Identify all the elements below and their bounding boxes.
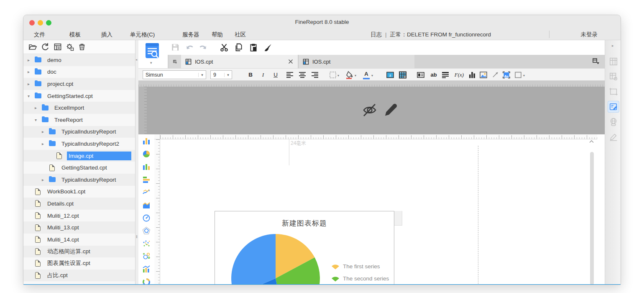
tree-expander-icon[interactable]: ▸ <box>28 58 35 62</box>
paste-icon[interactable] <box>249 43 258 52</box>
table-grid-icon[interactable] <box>399 71 407 79</box>
menu-insert[interactable]: 插入 <box>101 31 112 39</box>
scatter-chart-icon[interactable] <box>142 239 151 248</box>
tree-expander-icon[interactable]: ▸ <box>28 69 35 74</box>
tree-expander-icon[interactable]: ▾ <box>28 94 35 98</box>
preview-template-icon[interactable] <box>144 42 160 60</box>
refresh-icon[interactable] <box>41 43 49 51</box>
pie-chart-icon[interactable] <box>142 150 151 158</box>
combo-chart-icon[interactable] <box>142 265 151 273</box>
formula-icon[interactable]: F(x) <box>452 70 466 80</box>
panel-expand-icon[interactable]: ▸ <box>612 44 614 48</box>
font-color-icon[interactable]: A <box>362 71 371 79</box>
tree-item[interactable]: Image.cpt <box>23 150 135 162</box>
tree-expander-icon[interactable]: ▸ <box>28 82 35 86</box>
tree-item[interactable]: 图表属性设置.cpt <box>23 257 135 270</box>
border-icon[interactable] <box>329 71 337 79</box>
tree-item[interactable]: ▸doc <box>23 66 135 78</box>
chart-insert-icon[interactable] <box>468 71 476 79</box>
sidebar-collapse-icon[interactable]: ◂ <box>135 58 137 62</box>
tree-item[interactable]: ▸TypicalIndustryReport <box>23 126 135 138</box>
tab-ios-cpt-active[interactable]: IOS.cpt <box>181 55 298 68</box>
tree-item[interactable]: ▸ExcelImport <box>23 102 135 114</box>
legend-item[interactable]: The third series <box>331 285 389 285</box>
bubble-chart-icon[interactable] <box>142 252 151 260</box>
column-chart-icon[interactable] <box>142 137 151 145</box>
tree-item[interactable]: 动态格间运算.cpt <box>23 246 135 258</box>
chart-block[interactable]: 新建图表标题 The first series The second serie… <box>215 211 394 285</box>
widget-icon[interactable] <box>417 71 425 79</box>
vertical-scrollbar-thumb[interactable] <box>590 152 594 285</box>
log-status[interactable]: 日志|正常：DELETE FROM fr_functionrecord <box>371 31 491 39</box>
cell-element-panel-icon[interactable] <box>608 56 619 67</box>
pie-chart[interactable] <box>231 234 320 285</box>
legend-item[interactable]: The first series <box>331 260 389 272</box>
shape-dropdown-caret[interactable]: ▾ <box>523 74 525 77</box>
hyperlink-panel-icon[interactable] <box>608 116 619 127</box>
undo-icon[interactable] <box>185 43 194 52</box>
template-version-icon[interactable] <box>66 43 74 51</box>
preview-dropdown-caret[interactable]: ▾ <box>150 61 152 65</box>
adjacent-cell[interactable] <box>394 211 402 226</box>
delete-icon[interactable] <box>78 43 86 51</box>
fill-color-icon[interactable] <box>345 71 354 79</box>
copy-icon[interactable] <box>234 43 243 52</box>
bar-chart-icon[interactable] <box>142 175 151 184</box>
tab-ios-cpt-inactive[interactable]: IOS.cpt <box>298 55 414 68</box>
shape-rect-icon[interactable] <box>514 71 522 79</box>
tab-list-icon[interactable] <box>592 58 600 65</box>
align-center-icon[interactable] <box>298 71 307 79</box>
tree-item[interactable]: Muliti_12.cpt <box>23 210 135 222</box>
condition-attribute-panel-icon[interactable] <box>608 131 619 142</box>
tree-item[interactable]: 构件树_分层构建.cpt <box>23 281 135 284</box>
menu-template[interactable]: 模板 <box>69 31 81 39</box>
fill-color-dropdown-caret[interactable]: ▾ <box>355 74 356 77</box>
column3d-chart-icon[interactable] <box>142 162 151 171</box>
tree-expander-icon[interactable]: ▸ <box>35 105 42 110</box>
menu-server[interactable]: 服务器 <box>182 31 199 39</box>
menu-file[interactable]: 文件 <box>34 31 45 39</box>
edit-chart-icon[interactable] <box>382 102 399 118</box>
save-icon[interactable] <box>171 43 180 52</box>
tree-item[interactable]: 占比.cpt <box>23 270 135 282</box>
align-right-icon[interactable] <box>311 71 319 79</box>
tree-expander-icon[interactable]: ▸ <box>42 129 49 134</box>
widget-editor-panel-icon[interactable] <box>608 101 619 112</box>
tree-item[interactable]: Muliti_13.cpt <box>23 221 135 234</box>
underline-button[interactable]: U <box>271 70 281 80</box>
tree-expander-icon[interactable]: ▾ <box>35 118 42 122</box>
format-painter-icon[interactable] <box>263 43 273 52</box>
new-template-button[interactable] <box>169 55 181 68</box>
tree-item[interactable]: GettingStarted.cpt <box>23 162 135 174</box>
open-folder-icon[interactable] <box>28 43 37 51</box>
float-image-icon[interactable] <box>502 71 511 79</box>
area-chart-icon[interactable] <box>142 201 151 209</box>
pie-slice[interactable] <box>231 234 276 285</box>
radar-chart-icon[interactable] <box>142 226 151 235</box>
menu-help[interactable]: 帮助 <box>212 31 223 39</box>
tree-item[interactable]: ▸demo <box>23 54 135 66</box>
menu-cell[interactable]: 单元格(C) <box>130 31 155 39</box>
tree-item[interactable]: Muliti_14.cpt <box>23 234 135 246</box>
hide-chart-icon[interactable] <box>361 102 378 118</box>
font-size-select[interactable]: 9▾ <box>210 70 232 79</box>
tree-item[interactable]: ▸TypicalIndustryReport <box>23 174 135 186</box>
redo-icon[interactable] <box>198 43 207 52</box>
login-status[interactable]: 未登录 <box>581 31 598 39</box>
font-color-dropdown-caret[interactable]: ▾ <box>371 74 373 77</box>
bold-button[interactable]: B <box>245 70 256 80</box>
rich-text-icon[interactable] <box>441 71 450 79</box>
cell-attribute-panel-icon[interactable] <box>608 71 619 82</box>
report-view-icon[interactable] <box>54 43 62 51</box>
tree-item[interactable]: ▾TreeReport <box>23 114 135 126</box>
menu-community[interactable]: 社区 <box>235 31 246 39</box>
line-tool-icon[interactable] <box>491 71 499 79</box>
cut-icon[interactable] <box>220 43 229 52</box>
tree-item[interactable]: ▸TypicalIndustryReport2 <box>23 138 135 150</box>
tree-expander-icon[interactable]: ▸ <box>42 177 49 182</box>
tree-item[interactable]: WorkBook1.cpt <box>23 186 135 198</box>
italic-button[interactable]: I <box>258 70 268 80</box>
tree-item[interactable]: ▾GettingStarted.cpt <box>23 90 135 102</box>
gauge-chart-icon[interactable] <box>142 214 151 222</box>
sidebar-resize-grip[interactable]: ‖ <box>136 235 138 239</box>
